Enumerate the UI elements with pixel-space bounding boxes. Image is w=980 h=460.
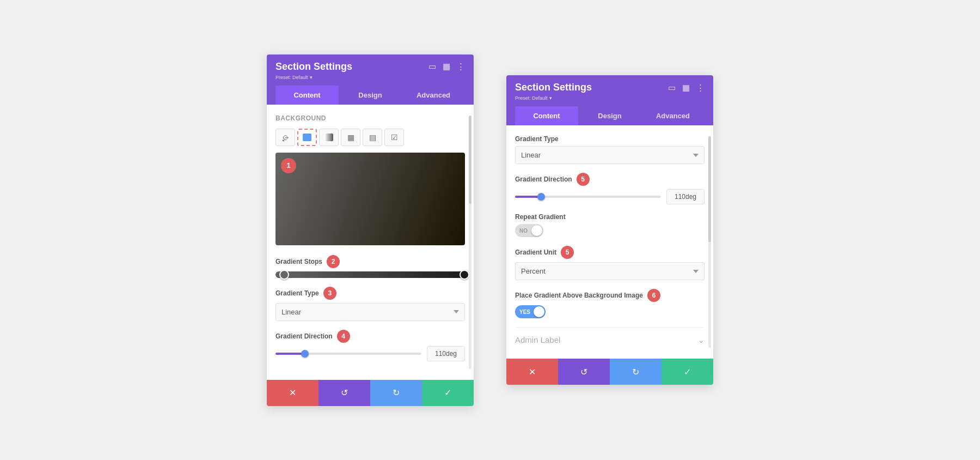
repeat-gradient-toggle[interactable]: NO: [515, 224, 543, 237]
right-preset-label: Preset: Default ▾: [515, 95, 705, 101]
redo-button-right[interactable]: ↻: [610, 359, 661, 385]
gradient-direction-field: Gradient Direction 4: [275, 330, 465, 361]
step-badge-3: 3: [323, 287, 336, 300]
step-badge-2: 2: [327, 255, 340, 268]
layout-icon-right[interactable]: ▦: [682, 83, 690, 93]
left-header-icons: ▭ ▦ ⋮: [428, 62, 465, 71]
reset-button-right[interactable]: ↺: [558, 359, 610, 385]
step-badge-6: 6: [647, 289, 660, 302]
cancel-button-right[interactable]: ✕: [506, 359, 558, 385]
right-panel-title: Section Settings: [515, 82, 592, 93]
background-label: Background: [275, 114, 465, 122]
bg-image-btn[interactable]: ▦: [341, 129, 360, 146]
left-panel-body: Background ⌮ ▦ ▤ ☑ 1 Gradient Stops 2: [267, 105, 474, 380]
place-gradient-toggle-wrapper: YES: [515, 305, 705, 318]
left-panel-tabs: Content Design Advanced: [275, 86, 465, 105]
responsive-icon[interactable]: ▭: [428, 62, 436, 71]
gradient-type-label-right: Gradient Type: [515, 135, 705, 143]
save-button-left[interactable]: ✓: [422, 380, 474, 406]
gradient-type-field: Gradient Type 3 Linear Radial: [275, 287, 465, 321]
gradient-direction-slider[interactable]: [275, 353, 421, 355]
gradient-stops-track[interactable]: [275, 271, 465, 278]
background-type-icons: ⌮ ▦ ▤ ☑: [275, 129, 465, 146]
gradient-stops-label: Gradient Stops 2: [275, 255, 465, 268]
repeat-gradient-field: Repeat Gradient NO: [515, 213, 705, 237]
scrollbar[interactable]: [469, 116, 471, 369]
gradient-type-select[interactable]: Linear Radial: [275, 303, 465, 321]
gradient-direction-row-right: [515, 189, 705, 204]
layout-icon[interactable]: ▦: [443, 62, 450, 71]
gradient-unit-select[interactable]: Percent Pixel: [515, 262, 705, 280]
repeat-gradient-label: Repeat Gradient: [515, 213, 705, 221]
gradient-type-field-right: Gradient Type Linear Radial: [515, 135, 705, 164]
svg-rect-0: [303, 134, 311, 141]
admin-label-row[interactable]: Admin Label ⌄: [515, 327, 705, 349]
stop-handle-left[interactable]: [279, 270, 289, 280]
gradient-direction-slider-right[interactable]: [515, 196, 661, 198]
gradient-unit-label: Gradient Unit 5: [515, 246, 705, 259]
gradient-preview: 1: [275, 153, 465, 245]
redo-button-left[interactable]: ↻: [370, 380, 422, 406]
place-gradient-toggle[interactable]: YES: [515, 305, 546, 318]
left-preset-label: Preset: Default ▾: [275, 75, 465, 80]
step-badge-5b: 5: [561, 246, 574, 259]
more-icon[interactable]: ⋮: [457, 62, 465, 71]
right-panel: Section Settings ▭ ▦ ⋮ Preset: Default ▾…: [506, 75, 713, 385]
place-gradient-field: Place Gradient Above Background Image 6 …: [515, 289, 705, 318]
gradient-direction-field-right: Gradient Direction 5: [515, 173, 705, 204]
responsive-icon-right[interactable]: ▭: [668, 83, 676, 93]
scrollbar-right[interactable]: [708, 136, 711, 348]
stop-handle-right[interactable]: [460, 270, 469, 280]
tab-advanced-left[interactable]: Advanced: [402, 86, 465, 105]
right-panel-body: Gradient Type Linear Radial Gradient Dir…: [506, 125, 713, 359]
toggle-knob-repeat: [531, 225, 542, 236]
tab-design-right[interactable]: Design: [578, 106, 641, 125]
bg-gradient-btn[interactable]: [319, 129, 339, 146]
gradient-type-label: Gradient Type 3: [275, 287, 465, 300]
save-button-right[interactable]: ✓: [661, 359, 713, 385]
left-panel: Section Settings ▭ ▦ ⋮ Preset: Default ▾…: [267, 55, 474, 406]
gradient-type-select-right[interactable]: Linear Radial: [515, 146, 705, 164]
gradient-direction-label-right: Gradient Direction 5: [515, 173, 705, 186]
right-panel-tabs: Content Design Advanced: [515, 106, 705, 125]
bg-video-btn[interactable]: ▤: [363, 129, 382, 146]
svg-rect-1: [324, 134, 333, 141]
gradient-direction-input[interactable]: [427, 346, 465, 361]
gradient-direction-row: [275, 346, 465, 361]
bg-none-btn[interactable]: ⌮: [275, 129, 295, 146]
repeat-gradient-toggle-wrapper: NO: [515, 224, 705, 237]
bg-color-btn[interactable]: [297, 129, 317, 146]
gradient-stops-field: Gradient Stops 2: [275, 255, 465, 278]
admin-label-chevron: ⌄: [698, 336, 705, 344]
right-panel-footer: ✕ ↺ ↻ ✓: [506, 359, 713, 385]
left-panel-header: Section Settings ▭ ▦ ⋮ Preset: Default ▾…: [267, 55, 474, 105]
right-panel-header: Section Settings ▭ ▦ ⋮ Preset: Default ▾…: [506, 75, 713, 125]
step-badge-1: 1: [281, 158, 296, 173]
left-panel-title: Section Settings: [275, 61, 352, 72]
toggle-knob-place: [534, 306, 544, 317]
left-panel-footer: ✕ ↺ ↻ ✓: [267, 380, 474, 406]
tab-design-left[interactable]: Design: [339, 86, 402, 105]
tab-content-left[interactable]: Content: [275, 86, 339, 105]
step-badge-4: 4: [337, 330, 350, 343]
step-badge-5: 5: [577, 173, 590, 186]
place-gradient-label: Place Gradient Above Background Image 6: [515, 289, 705, 302]
tab-advanced-right[interactable]: Advanced: [641, 106, 705, 125]
gradient-direction-input-right[interactable]: [666, 189, 705, 204]
tab-content-right[interactable]: Content: [515, 106, 578, 125]
gradient-direction-label: Gradient Direction 4: [275, 330, 465, 343]
reset-button-left[interactable]: ↺: [318, 380, 370, 406]
more-icon-right[interactable]: ⋮: [696, 83, 705, 93]
admin-label-text: Admin Label: [515, 335, 560, 344]
cancel-button-left[interactable]: ✕: [267, 380, 318, 406]
right-header-icons: ▭ ▦ ⋮: [668, 83, 705, 93]
gradient-unit-field: Gradient Unit 5 Percent Pixel: [515, 246, 705, 280]
bg-check-btn[interactable]: ☑: [384, 129, 404, 146]
